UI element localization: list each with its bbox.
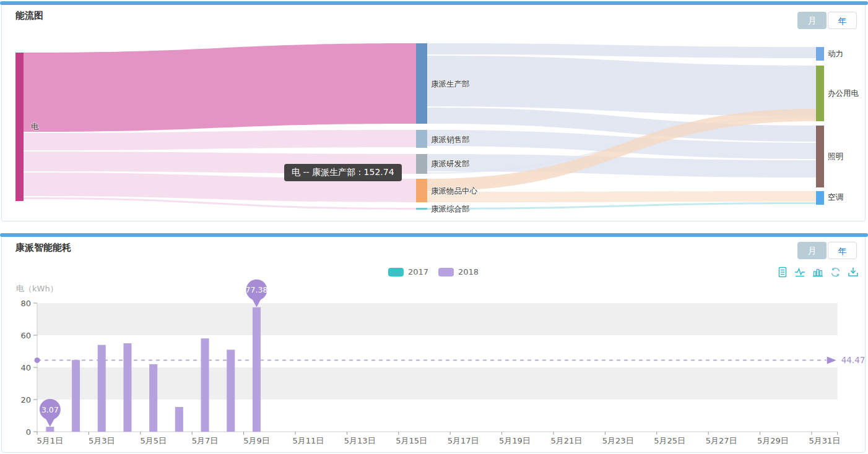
legend-label: 2017 bbox=[408, 267, 428, 276]
month-toggle-button[interactable]: 月 bbox=[797, 242, 827, 259]
month-toggle-button[interactable]: 月 bbox=[797, 12, 827, 29]
chart-toolbox bbox=[777, 267, 859, 278]
chart-legend: 2017 2018 bbox=[2, 267, 865, 276]
panel-accent-bar bbox=[0, 1, 868, 5]
year-toggle-button[interactable]: 年 bbox=[828, 242, 857, 259]
y-axis-name: 电（kWh） bbox=[16, 283, 58, 294]
legend-swatch-2018 bbox=[438, 268, 454, 276]
download-icon[interactable] bbox=[848, 267, 859, 278]
legend-item-2017[interactable]: 2017 bbox=[388, 267, 428, 276]
energy-flow-panel: 能流图 月 年 bbox=[1, 1, 866, 221]
legend-item-2018[interactable]: 2018 bbox=[438, 267, 479, 276]
consumption-title: 康派智能能耗 bbox=[15, 242, 71, 254]
consumption-panel: 康派智能能耗 月 年 2017 2018 bbox=[1, 233, 866, 453]
refresh-icon[interactable] bbox=[830, 267, 841, 278]
line-chart-icon[interactable] bbox=[794, 267, 806, 278]
year-toggle-button[interactable]: 年 bbox=[828, 12, 857, 29]
sankey-tooltip: 电 -- 康派生产部 : 152.74 bbox=[284, 164, 402, 181]
energy-flow-title: 能流图 bbox=[15, 10, 43, 22]
panel-accent-bar bbox=[0, 233, 868, 237]
legend-swatch-2017 bbox=[388, 268, 404, 276]
bar-chart-icon[interactable] bbox=[812, 267, 823, 278]
data-view-icon[interactable] bbox=[777, 267, 788, 278]
legend-label: 2018 bbox=[458, 267, 479, 276]
